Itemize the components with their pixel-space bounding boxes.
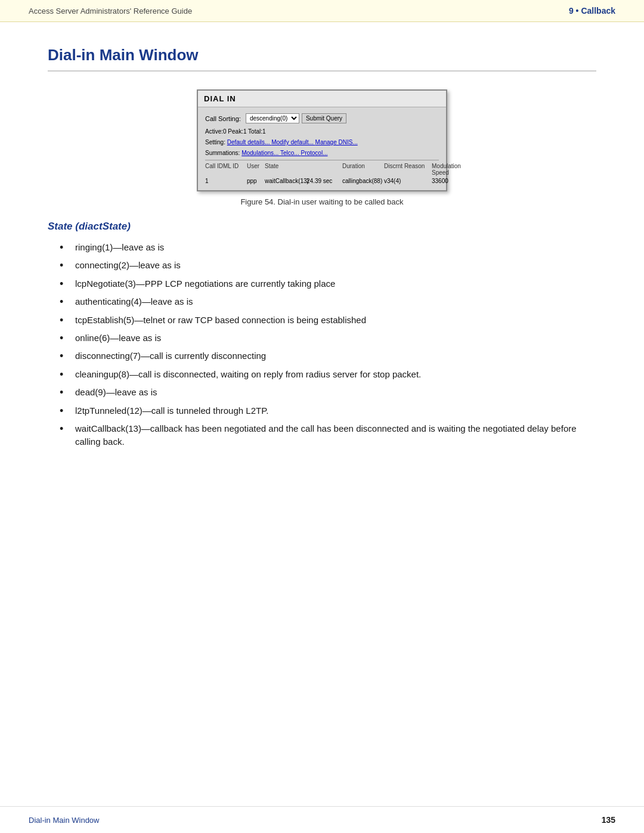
bullet-text: ringing(1)—leave as is: [75, 241, 596, 255]
list-item: • cleaningup(8)—call is disconnected, wa…: [48, 368, 596, 382]
list-item: • ringing(1)—leave as is: [48, 241, 596, 255]
list-item: • tcpEstablish(5)—telnet or raw TCP base…: [48, 314, 596, 327]
col-call-id: Call ID: [205, 163, 223, 176]
bullet-dot: •: [60, 404, 70, 418]
dial-in-window: DIAL IN Call Sorting: descending(0) Subm…: [197, 89, 447, 191]
col-duration: Duration: [342, 163, 384, 176]
list-item: • authenticating(4)—leave as is: [48, 295, 596, 309]
col-discrnt: Discrnt Reason: [384, 163, 432, 176]
dial-in-body: Call Sorting: descending(0) Submit Query…: [198, 107, 446, 190]
col-user: User: [247, 163, 265, 176]
link-modulations[interactable]: Modulations...: [242, 150, 280, 156]
bullet-text: dead(9)—leave as is: [75, 386, 596, 400]
main-content: Dial-in Main Window DIAL IN Call Sorting…: [0, 22, 644, 491]
bullet-dot: •: [60, 332, 70, 345]
col-state: State: [265, 163, 306, 176]
bullet-dot: •: [60, 349, 70, 363]
link-protocol[interactable]: Protocol...: [301, 150, 327, 156]
call-sorting-select[interactable]: descending(0): [246, 113, 299, 123]
summations-row: Summations: Modulations... Telco... Prot…: [205, 148, 439, 157]
call-sorting-label: Call Sorting:: [205, 115, 241, 122]
submit-query-button[interactable]: Submit Query: [302, 113, 346, 123]
bullet-dot: •: [60, 314, 70, 327]
bullet-text: lcpNegotiate(3)—PPP LCP negotiations are…: [75, 277, 596, 291]
bullet-text: tcpEstablish(5)—telnet or raw TCP based …: [75, 314, 596, 327]
dial-in-titlebar: DIAL IN: [198, 91, 446, 107]
call-sorting-row: Call Sorting: descending(0) Submit Query: [205, 113, 439, 123]
bullet-text: waitCallback(13)—callback has been negot…: [75, 422, 596, 449]
cell-duration: callingback(88): [342, 178, 384, 184]
bullet-dot: •: [60, 241, 70, 255]
settings-row: Setting: Default details... Modify defau…: [205, 138, 439, 147]
footer: Dial-in Main Window 135: [0, 806, 644, 833]
bullet-text: online(6)—leave as is: [75, 332, 596, 345]
footer-left: Dial-in Main Window: [29, 816, 99, 825]
cell-user: ppp: [247, 178, 265, 184]
bullet-dot: •: [60, 277, 70, 291]
link-default-details[interactable]: Default details...: [227, 139, 271, 145]
bullet-dot: •: [60, 295, 70, 309]
col-modulation: Modulation Speed: [432, 163, 462, 176]
bullet-dot: •: [60, 422, 70, 436]
bullet-dot: •: [60, 259, 70, 272]
link-modify-default[interactable]: Modify default...: [271, 139, 315, 145]
figure-container: DIAL IN Call Sorting: descending(0) Subm…: [143, 89, 501, 206]
header-bar: Access Server Administrators' Reference …: [0, 0, 644, 22]
bullet-dot: •: [60, 386, 70, 400]
bullet-list: • ringing(1)—leave as is • connecting(2)…: [48, 241, 596, 449]
col-blank: [306, 163, 342, 176]
bullet-text: connecting(2)—leave as is: [75, 259, 596, 272]
table-row: 1 ppp waitCallback(13) 24.39 sec calling…: [205, 178, 439, 184]
figure-caption: Figure 54. Dial-in user waiting to be ca…: [240, 197, 403, 206]
cell-discrnt: v34(4): [384, 178, 432, 184]
col-ml-id: ML ID: [223, 163, 247, 176]
footer-right: 135: [602, 815, 615, 825]
bullet-text: l2tpTunneled(12)—call is tunneled throug…: [75, 404, 596, 418]
stats-line1: Active:0 Peak:1 Total:1: [205, 127, 439, 136]
list-item: • waitCallback(13)—callback has been neg…: [48, 422, 596, 449]
cell-modulation: 33600: [432, 178, 462, 184]
cell-state: waitCallback(13): [265, 178, 306, 184]
bullet-dot: •: [60, 368, 70, 382]
guide-title: Access Server Administrators' Reference …: [29, 7, 192, 16]
link-manage-dnis[interactable]: Manage DNIS...: [315, 139, 358, 145]
list-item: • dead(9)—leave as is: [48, 386, 596, 400]
page-title: Dial-in Main Window: [48, 46, 596, 72]
list-item: • online(6)—leave as is: [48, 332, 596, 345]
cell-blank: 24.39 sec: [306, 178, 342, 184]
section-heading: State (diactState): [48, 221, 596, 233]
link-telco[interactable]: Telco...: [280, 150, 301, 156]
list-item: • l2tpTunneled(12)—call is tunneled thro…: [48, 404, 596, 418]
bullet-text: disconnecting(7)—call is currently disco…: [75, 349, 596, 363]
cell-call-id: 1: [205, 178, 223, 184]
list-item: • connecting(2)—leave as is: [48, 259, 596, 272]
bullet-text: authenticating(4)—leave as is: [75, 295, 596, 309]
list-item: • lcpNegotiate(3)—PPP LCP negotiations a…: [48, 277, 596, 291]
cell-ml-id: [223, 178, 247, 184]
bullet-text: cleaningup(8)—call is disconnected, wait…: [75, 368, 596, 382]
table-header: Call ID ML ID User State Duration Discrn…: [205, 160, 439, 176]
list-item: • disconnecting(7)—call is currently dis…: [48, 349, 596, 363]
chapter-label: 9 • Callback: [569, 6, 615, 16]
